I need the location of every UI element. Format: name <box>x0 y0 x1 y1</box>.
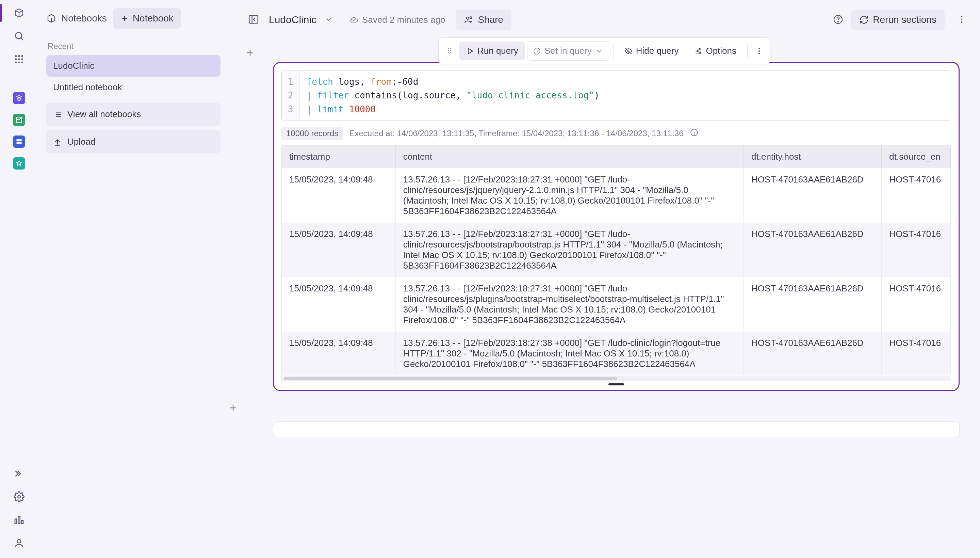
upload-button[interactable]: Upload <box>46 130 221 153</box>
options-button[interactable]: Options <box>687 41 743 60</box>
resize-handle[interactable] <box>609 383 624 386</box>
cell-content: 13.57.26.13 - - [12/Feb/2023:18:27:38 +0… <box>395 332 743 376</box>
rerun-sections-button[interactable]: Rerun sections <box>851 10 945 30</box>
cell-content: 13.57.26.13 - - [12/Feb/2023:18:27:31 +0… <box>395 168 743 223</box>
refresh-icon <box>859 15 869 25</box>
expand-rail-icon[interactable] <box>12 467 26 480</box>
new-notebook-label: Notebook <box>133 13 173 24</box>
app-tile-2[interactable] <box>13 114 25 126</box>
record-count-pill: 10000 records <box>281 126 343 140</box>
cell-src: HOST-47016 <box>882 277 951 332</box>
svg-point-6 <box>21 58 23 60</box>
cell-host: HOST-470163AAE61AB26D <box>744 332 882 376</box>
cloud-check-icon <box>349 15 359 25</box>
svg-point-36 <box>759 53 760 54</box>
col-host[interactable]: dt.entity.host <box>744 145 882 168</box>
table-row[interactable]: 15/05/2023, 14:09:4813.57.26.13 - - [12/… <box>282 168 951 223</box>
collapse-sidebar-icon[interactable] <box>248 14 259 26</box>
svg-point-14 <box>18 496 20 498</box>
col-source[interactable]: dt.source_en <box>882 145 951 168</box>
recent-label: Recent <box>47 41 221 51</box>
table-row[interactable]: 15/05/2023, 14:09:4813.57.26.13 - - [12/… <box>282 277 951 332</box>
code-editor[interactable]: 1 2 3 fetch logs, from:-60d | filter con… <box>281 71 951 120</box>
svg-point-15 <box>17 539 21 543</box>
svg-point-34 <box>759 48 760 49</box>
upload-icon <box>53 138 62 146</box>
content-area: Run query Set in query Hide query Option… <box>229 36 980 558</box>
svg-point-5 <box>18 58 20 60</box>
results-table: timestamp content dt.entity.host dt.sour… <box>281 145 951 381</box>
empty-section[interactable] <box>273 422 960 437</box>
table-row[interactable]: 15/05/2023, 14:09:4813.57.26.13 - - [12/… <box>282 223 951 277</box>
notebooks-link[interactable]: Notebooks <box>46 13 107 24</box>
svg-point-7 <box>15 62 17 63</box>
topbar-more-icon[interactable] <box>957 15 966 25</box>
cell-timestamp: 15/05/2023, 14:09:48 <box>282 168 395 223</box>
svg-rect-11 <box>19 139 21 142</box>
section-more-icon[interactable] <box>752 43 767 59</box>
main: LudoClinic Saved 2 minutes ago Share Rer… <box>229 0 980 558</box>
app-tile-3[interactable] <box>13 136 25 148</box>
sidebar-item-untitled[interactable]: Untitled notebook <box>46 77 221 98</box>
svg-point-1 <box>15 55 17 57</box>
activity-icon[interactable] <box>12 513 26 527</box>
svg-point-4 <box>15 58 17 60</box>
add-section-bottom-icon[interactable] <box>229 403 238 414</box>
title-chevron-icon[interactable] <box>325 15 333 25</box>
col-content[interactable]: content <box>395 145 743 168</box>
timeframe-select[interactable]: Set in query <box>527 41 609 61</box>
cell-content: 13.57.26.13 - - [12/Feb/2023:18:27:31 +0… <box>395 223 743 277</box>
svg-point-21 <box>961 16 963 17</box>
table-row[interactable]: 15/05/2023, 14:09:4813.57.26.13 - - [12/… <box>282 332 951 376</box>
svg-point-2 <box>18 55 20 57</box>
account-icon[interactable] <box>12 536 26 550</box>
col-timestamp[interactable]: timestamp <box>282 145 395 168</box>
table-header-row: timestamp content dt.entity.host dt.sour… <box>282 145 951 168</box>
eye-off-icon <box>624 47 633 55</box>
svg-point-9 <box>21 62 23 63</box>
cell-timestamp: 15/05/2023, 14:09:48 <box>282 277 395 332</box>
sidebar-item-ludoclinic[interactable]: LudoClinic <box>46 55 221 77</box>
svg-point-27 <box>450 50 451 51</box>
svg-point-25 <box>450 48 451 49</box>
cell-src: HOST-47016 <box>882 332 951 376</box>
horizontal-scrollbar[interactable] <box>282 376 951 381</box>
play-icon <box>466 47 474 55</box>
svg-point-20 <box>838 21 838 22</box>
view-all-notebooks-button[interactable]: View all notebooks <box>46 103 221 126</box>
cell-src: HOST-47016 <box>882 168 951 223</box>
code-content[interactable]: fetch logs, from:-60d | filter contains(… <box>300 71 951 120</box>
sidebar: Notebooks Notebook Recent LudoClinic Unt… <box>38 0 229 558</box>
notebooks-link-label: Notebooks <box>61 13 107 24</box>
apps-grid-icon[interactable] <box>12 53 26 66</box>
sliders-icon <box>694 47 702 55</box>
share-button[interactable]: Share <box>456 10 511 30</box>
svg-point-35 <box>759 50 760 52</box>
icon-rail <box>0 0 38 558</box>
info-icon[interactable] <box>690 128 699 139</box>
cell-host: HOST-470163AAE61AB26D <box>744 168 882 223</box>
topbar: LudoClinic Saved 2 minutes ago Share Rer… <box>229 0 980 36</box>
saved-status: Saved 2 minutes ago <box>349 15 445 25</box>
app-tile-4[interactable] <box>13 157 25 169</box>
cell-timestamp: 15/05/2023, 14:09:48 <box>282 223 395 277</box>
svg-point-29 <box>450 52 451 53</box>
search-icon[interactable] <box>12 29 26 43</box>
run-query-button[interactable]: Run query <box>459 41 525 60</box>
drag-handle-icon[interactable] <box>442 46 457 56</box>
view-all-label: View all notebooks <box>67 109 141 120</box>
svg-point-0 <box>15 32 22 39</box>
query-section: 1 2 3 fetch logs, from:-60d | filter con… <box>273 62 960 391</box>
help-icon[interactable] <box>833 14 844 26</box>
hide-query-button[interactable]: Hide query <box>618 41 686 60</box>
svg-point-23 <box>961 21 963 23</box>
settings-icon[interactable] <box>12 490 26 504</box>
svg-rect-10 <box>16 139 19 142</box>
svg-point-22 <box>961 18 963 20</box>
app-tile-1[interactable] <box>13 92 25 104</box>
section-toolbar: Run query Set in query Hide query Option… <box>438 38 771 64</box>
logo-icon[interactable] <box>12 6 26 20</box>
new-notebook-button[interactable]: Notebook <box>113 8 181 29</box>
notebook-title[interactable]: LudoClinic <box>269 14 316 26</box>
add-section-top-icon[interactable] <box>245 48 255 59</box>
